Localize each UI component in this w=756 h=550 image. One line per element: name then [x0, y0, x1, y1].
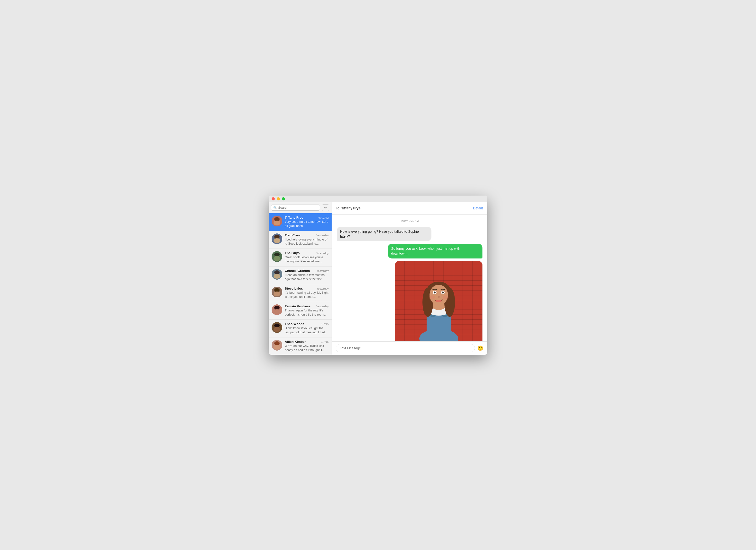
conversation-preview: We're on our way. Traffic isn't nearly a… — [285, 344, 329, 352]
conversation-preview: Didn't know if you caught the last part … — [285, 326, 329, 335]
bubble-row: So funny you ask. Look who I just met up… — [337, 244, 482, 258]
svg-point-14 — [274, 256, 280, 261]
svg-point-28 — [274, 306, 280, 310]
chat-area: To: Tiffany Frye Details Today, 9:30 AMH… — [332, 202, 487, 355]
conversation-time: Yesterday — [316, 234, 329, 237]
avatar — [272, 269, 282, 280]
conversation-name: Tamsin Vantress — [285, 304, 310, 308]
compose-button[interactable]: ✏ — [322, 204, 329, 211]
message-timestamp: Today, 9:30 AM — [337, 219, 482, 222]
chat-input-area: 🙂 — [332, 341, 487, 355]
svg-point-38 — [274, 341, 280, 345]
conversation-time: Yesterday — [316, 252, 329, 255]
chat-messages: Today, 9:30 AMHow is everything going? H… — [332, 215, 487, 341]
conversation-name: The Guys — [285, 251, 300, 255]
conversation-item[interactable]: Tamsin VantressYesterdayThanks again for… — [269, 302, 332, 320]
chat-header: To: Tiffany Frye Details — [332, 202, 487, 215]
message-bubble-received: How is everything going? Have you talked… — [337, 227, 431, 241]
conversation-item[interactable]: Trail CrewYesterdayI bet he's loving eve… — [269, 231, 332, 249]
sidebar: 🔍 ✏ Tiffany Frye9:41 AMVery cool. I'm of… — [269, 202, 332, 355]
conversation-body: Theo Woods9/7/15Didn't know if you caugh… — [285, 322, 329, 335]
svg-point-39 — [274, 345, 280, 350]
main-content: 🔍 ✏ Tiffany Frye9:41 AMVery cool. I'm of… — [269, 202, 487, 355]
conversation-name: Trail Crew — [285, 233, 301, 237]
svg-point-23 — [274, 288, 280, 292]
conversation-preview: It's been raining all day. My flight is … — [285, 291, 329, 299]
svg-point-8 — [274, 235, 280, 239]
conversation-item[interactable]: Tiffany Frye9:41 AMVery cool. I'm off to… — [269, 213, 332, 231]
bubble-row: How is everything going? Have you talked… — [337, 227, 482, 241]
conversation-time: Yesterday — [316, 305, 329, 308]
bubble-row-photo — [337, 261, 482, 341]
conversation-time: Yesterday — [316, 269, 329, 272]
conversation-time: Yesterday — [316, 287, 329, 290]
conversation-name: Steve Lajos — [285, 287, 303, 290]
svg-point-29 — [274, 309, 280, 314]
search-icon: 🔍 — [273, 206, 277, 209]
svg-point-9 — [274, 238, 280, 243]
conversation-name: Tiffany Frye — [285, 216, 303, 219]
conversation-list: Tiffany Frye9:41 AMVery cool. I'm off to… — [269, 213, 332, 355]
avatar — [272, 287, 282, 297]
avatar — [272, 340, 282, 351]
svg-point-57 — [429, 295, 435, 299]
conversation-item[interactable]: The GuysYesterdayGreat shot! Looks like … — [269, 249, 332, 266]
message-input[interactable] — [336, 344, 475, 352]
conversation-body: Tamsin VantressYesterdayThanks again for… — [285, 304, 329, 317]
conversation-preview: I read an article a few months ago that … — [285, 273, 329, 282]
photo-message — [395, 261, 482, 341]
conversation-name: Ailish Kimber — [285, 340, 306, 344]
messages-window: 🔍 ✏ Tiffany Frye9:41 AMVery cool. I'm of… — [269, 196, 487, 355]
conversation-body: Chance GrahamYesterdayI read an article … — [285, 269, 329, 282]
compose-icon: ✏ — [324, 206, 327, 210]
svg-point-13 — [274, 253, 280, 257]
svg-point-3 — [274, 217, 280, 221]
svg-point-53 — [434, 292, 436, 293]
maximize-button[interactable] — [282, 197, 285, 200]
svg-point-18 — [274, 270, 280, 274]
recipient-name: Tiffany Frye — [341, 206, 361, 210]
minimize-button[interactable] — [277, 197, 280, 200]
avatar — [272, 304, 282, 315]
traffic-lights — [272, 197, 285, 200]
conversation-preview: I bet he's loving every minute of it. Go… — [285, 238, 329, 246]
titlebar — [269, 196, 487, 202]
search-bar[interactable]: 🔍 — [271, 205, 320, 211]
conversation-body: The GuysYesterdayGreat shot! Looks like … — [285, 251, 329, 264]
conversation-name: Theo Woods — [285, 322, 304, 326]
conversation-body: Tiffany Frye9:41 AMVery cool. I'm off to… — [285, 216, 329, 228]
conversation-time: 9:41 AM — [318, 216, 329, 219]
svg-point-58 — [443, 295, 448, 299]
message-bubble-sent: So funny you ask. Look who I just met up… — [388, 244, 482, 258]
avatar — [272, 233, 282, 244]
conversation-body: Ailish Kimber9/7/15We're on our way. Tra… — [285, 340, 329, 352]
emoji-button[interactable]: 🙂 — [477, 345, 483, 351]
svg-point-34 — [274, 327, 280, 332]
conversation-preview: Very cool. I'm off tomorrow. Let's all g… — [285, 220, 329, 228]
conversation-item[interactable]: Steve LajosYesterdayIt's been raining al… — [269, 284, 332, 302]
conversation-name: Chance Graham — [285, 269, 310, 273]
sidebar-header: 🔍 ✏ — [269, 202, 332, 213]
conversation-body: Trail CrewYesterdayI bet he's loving eve… — [285, 233, 329, 246]
conversation-body: Steve LajosYesterdayIt's been raining al… — [285, 287, 329, 299]
conversation-time: 9/7/15 — [321, 340, 329, 343]
conversation-preview: Great shot! Looks like you're having fun… — [285, 255, 329, 264]
details-button[interactable]: Details — [473, 206, 483, 210]
search-input[interactable] — [278, 206, 318, 209]
conversation-preview: Thanks again for the rug. It's perfect. … — [285, 309, 329, 317]
close-button[interactable] — [272, 197, 275, 200]
svg-rect-41 — [427, 312, 451, 341]
chat-recipient-label: To: Tiffany Frye — [336, 206, 361, 210]
svg-point-56 — [436, 300, 442, 302]
conversation-item[interactable]: Chance GrahamYesterdayI read an article … — [269, 266, 332, 284]
conversation-item[interactable]: Theo Woods9/7/15Didn't know if you caugh… — [269, 320, 332, 337]
avatar — [272, 251, 282, 262]
to-label: To: — [336, 206, 340, 210]
svg-point-19 — [274, 274, 280, 279]
avatar — [272, 322, 282, 333]
avatar — [272, 216, 282, 226]
svg-point-4 — [274, 221, 280, 225]
svg-point-54 — [442, 292, 444, 293]
conversation-item[interactable]: Ailish Kimber9/7/15We're on our way. Tra… — [269, 337, 332, 355]
conversation-time: 9/7/15 — [321, 323, 329, 326]
